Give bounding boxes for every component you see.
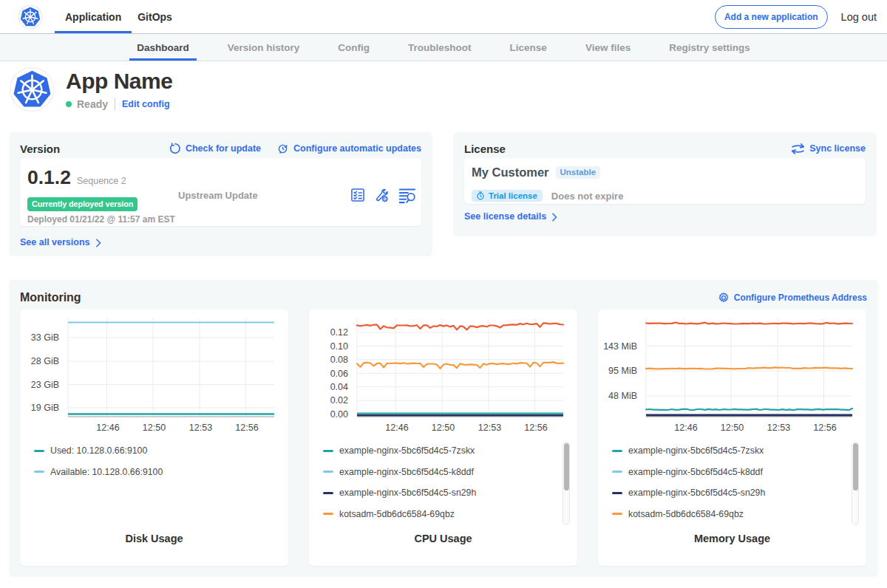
svg-text:0.08: 0.08 [330, 355, 348, 365]
svg-text:12:50: 12:50 [143, 423, 166, 433]
svg-text:12:53: 12:53 [478, 423, 501, 433]
svg-text:12:56: 12:56 [235, 423, 258, 433]
svg-text:0.04: 0.04 [330, 382, 348, 392]
svg-text:0.12: 0.12 [330, 327, 348, 338]
svg-text:12:53: 12:53 [189, 423, 212, 433]
svg-text:12:56: 12:56 [813, 423, 836, 433]
svg-text:33 GiB: 33 GiB [31, 332, 59, 343]
svg-text:12:46: 12:46 [385, 423, 408, 433]
svg-text:0.00: 0.00 [330, 409, 348, 420]
svg-text:12:50: 12:50 [721, 423, 744, 433]
svg-text:12:53: 12:53 [767, 423, 790, 433]
svg-text:12:56: 12:56 [524, 423, 547, 433]
svg-text:12:46: 12:46 [674, 423, 697, 433]
svg-text:28 GiB: 28 GiB [31, 356, 59, 366]
svg-text:19 GiB: 19 GiB [31, 403, 59, 413]
svg-text:23 GiB: 23 GiB [31, 380, 59, 390]
svg-text:95 MiB: 95 MiB [608, 366, 637, 376]
svg-text:12:50: 12:50 [432, 423, 455, 433]
svg-text:143 MiB: 143 MiB [603, 341, 637, 352]
svg-text:12:46: 12:46 [96, 423, 119, 433]
svg-text:0.06: 0.06 [330, 369, 348, 379]
svg-text:48 MiB: 48 MiB [608, 391, 637, 401]
svg-text:0.10: 0.10 [330, 341, 348, 352]
svg-text:0.02: 0.02 [330, 395, 348, 406]
